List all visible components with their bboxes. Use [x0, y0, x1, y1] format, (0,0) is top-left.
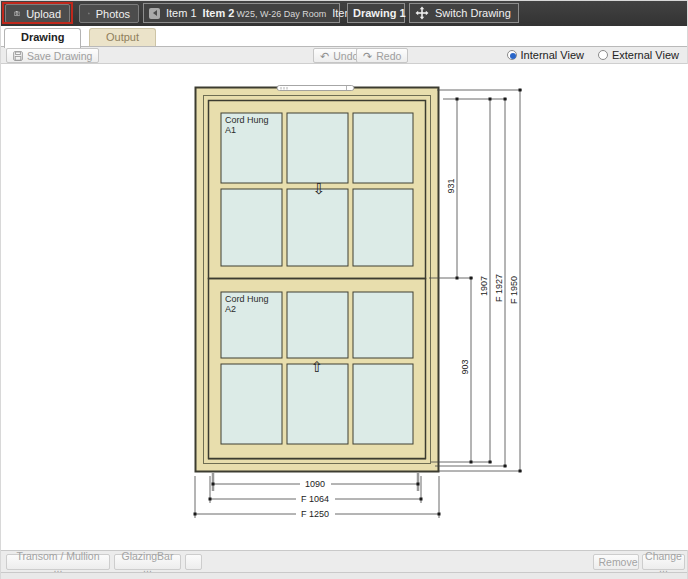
- transom-mullion-label: Transom / Mullion ...: [12, 550, 104, 574]
- undo-icon: ↶: [320, 51, 329, 61]
- dim-width-overall: F 1250: [301, 509, 329, 519]
- sash-a1-label-line2: A1: [225, 125, 236, 135]
- glass-pane[interactable]: [221, 364, 282, 444]
- radio-unselected-icon: [598, 50, 608, 60]
- radio-selected-icon: [507, 50, 517, 60]
- dim-width-inner: 1090: [305, 479, 325, 489]
- dim-bottom-sash: 903: [460, 359, 470, 374]
- undo-label: Undo: [333, 50, 358, 62]
- top-sash[interactable]: Cord Hung A1 ⇩: [209, 101, 426, 279]
- arrow-down-cursor-icon[interactable]: ⇩: [313, 180, 326, 197]
- dim-height-inner: 1907: [479, 276, 489, 296]
- top-toolbar: Upload Photos Item 1 Item 2W25, W-26 Day…: [1, 1, 687, 26]
- small-square-button[interactable]: [185, 554, 202, 570]
- glass-pane[interactable]: [287, 189, 348, 266]
- dim-width-frame: F 1064: [301, 494, 329, 504]
- dim-height-overall: F 1950: [509, 276, 519, 304]
- remove-button[interactable]: Remove: [593, 554, 639, 570]
- save-drawing-label: Save Drawing: [27, 50, 92, 62]
- item-2-sublabel: W25, W-26 Day Room: [236, 9, 326, 19]
- upload-label: Upload: [26, 8, 61, 20]
- item-1-tab[interactable]: Item 1: [166, 7, 197, 19]
- drawing-selector-label: Drawing 1: [353, 7, 406, 19]
- sash-a2-label-line1: Cord Hung: [225, 294, 269, 304]
- glass-pane[interactable]: [287, 364, 348, 444]
- switch-drawing-button[interactable]: Switch Drawing: [409, 3, 519, 23]
- switch-drawing-label: Switch Drawing: [435, 7, 511, 19]
- move-arrows-icon: [415, 6, 429, 20]
- tab-output[interactable]: Output: [89, 28, 156, 47]
- tab-bar: Drawing Output: [1, 27, 687, 46]
- glass-pane[interactable]: [287, 113, 348, 183]
- dim-height-frame: F 1927: [494, 274, 504, 302]
- glass-pane[interactable]: [353, 189, 413, 266]
- camera-icon: [14, 8, 20, 19]
- action-toolbar: Save Drawing ↶ Undo ↷ Redo Internal View…: [1, 46, 687, 64]
- window-drawing: Cord Hung A1 ⇩ Cord Hung A2 ⇧: [1, 64, 688, 550]
- top-vent-slider[interactable]: [277, 86, 354, 91]
- drawing-canvas[interactable]: Cord Hung A1 ⇩ Cord Hung A2 ⇧: [1, 64, 688, 550]
- bottom-sash[interactable]: Cord Hung A2 ⇧: [209, 279, 426, 459]
- camera-icon: [88, 8, 90, 19]
- remove-label: Remove: [598, 556, 637, 568]
- item-navigator: Item 1 Item 2W25, W-26 Day Room Item 3: [143, 3, 340, 23]
- glazingbar-button[interactable]: GlazingBar ...: [114, 554, 181, 570]
- save-icon: [13, 51, 23, 61]
- bottom-toolbar: Transom / Mullion ... GlazingBar ... Rem…: [1, 550, 687, 573]
- glass-pane[interactable]: [353, 113, 413, 183]
- glass-pane[interactable]: [221, 189, 282, 266]
- change-label: Change ...: [645, 550, 682, 574]
- external-view-radio[interactable]: External View: [598, 49, 679, 61]
- chevron-left-icon: [153, 10, 157, 16]
- item-2-label: Item 2: [203, 7, 235, 19]
- transom-mullion-button[interactable]: Transom / Mullion ...: [6, 554, 110, 570]
- redo-icon: ↷: [363, 51, 372, 61]
- change-button[interactable]: Change ...: [642, 554, 685, 570]
- sash-a2-label-line2: A2: [225, 304, 236, 314]
- glass-pane[interactable]: [287, 292, 348, 358]
- drawing-selector: Drawing 1: [347, 3, 405, 23]
- arrow-up-cursor-icon[interactable]: ⇧: [311, 358, 324, 375]
- sash-a1-label-line1: Cord Hung: [225, 115, 269, 125]
- photos-label: Photos: [96, 8, 130, 20]
- footer-strip: [1, 573, 687, 579]
- redo-button[interactable]: ↷ Redo: [356, 48, 408, 63]
- tab-drawing[interactable]: Drawing: [4, 28, 81, 48]
- internal-view-label: Internal View: [521, 49, 584, 61]
- glass-pane[interactable]: [353, 292, 413, 358]
- photos-button[interactable]: Photos: [79, 4, 139, 23]
- redo-label: Redo: [376, 50, 401, 62]
- glass-pane[interactable]: [353, 364, 413, 444]
- glazingbar-label: GlazingBar ...: [120, 550, 175, 574]
- view-options: Internal View External View: [507, 49, 679, 61]
- internal-view-radio[interactable]: Internal View: [507, 49, 584, 61]
- dimension-labels-horizontal: 1090 F 1064 F 1250: [296, 479, 335, 519]
- external-view-label: External View: [612, 49, 679, 61]
- save-drawing-button[interactable]: Save Drawing: [6, 48, 99, 63]
- window-designer-app: Upload Photos Item 1 Item 2W25, W-26 Day…: [0, 0, 688, 579]
- upload-button[interactable]: Upload: [5, 4, 70, 23]
- dim-top-sash: 931: [446, 178, 456, 193]
- item-2-tab[interactable]: Item 2W25, W-26 Day Room: [203, 7, 327, 19]
- prev-item-button[interactable]: [149, 8, 160, 19]
